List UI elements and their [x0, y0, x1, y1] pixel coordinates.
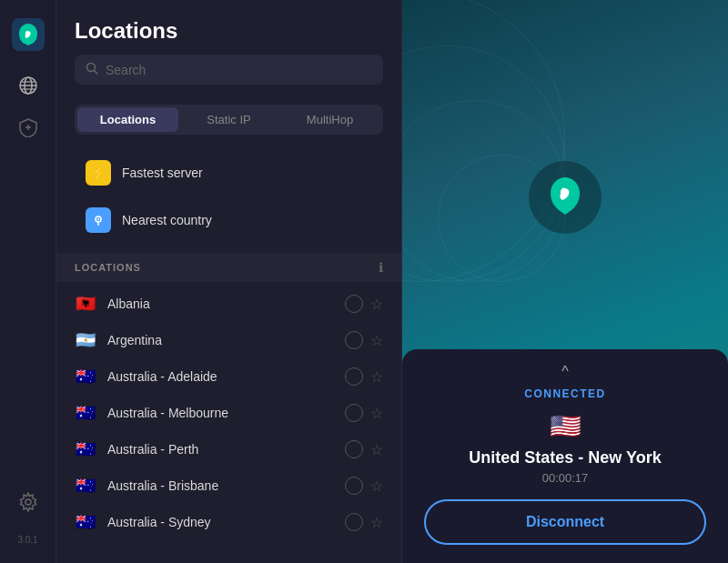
location-list: 🇦🇱 Albania ☆ 🇦🇷 Argentina ☆ 🇦🇺 Australia…	[56, 282, 401, 563]
connected-panel: ^ CONNECTED 🇺🇸 United States - New York …	[402, 349, 728, 563]
disconnect-button[interactable]: Disconnect	[424, 499, 706, 545]
tab-static-ip[interactable]: Static IP	[178, 107, 279, 132]
fastest-server-option[interactable]: ⚡ Fastest server	[75, 151, 383, 195]
flag-au-melbourne: 🇦🇺	[75, 405, 96, 421]
nearest-country-label: Nearest country	[122, 213, 212, 227]
collapse-indicator: ^	[424, 364, 706, 380]
quick-options: ⚡ Fastest server Nearest country	[56, 144, 401, 253]
connection-timer: 00:00:17	[424, 471, 706, 485]
info-icon[interactable]: ℹ	[379, 260, 383, 275]
version-label: 3.0.1	[17, 535, 37, 545]
connect-btn-au-perth[interactable]	[345, 440, 363, 458]
connected-country-name: United States - New York	[424, 448, 706, 467]
flag-au-adelaide: 🇦🇺	[75, 368, 96, 385]
sidebar-settings-icon[interactable]	[12, 486, 45, 518]
sidebar-shield-icon[interactable]	[12, 111, 45, 144]
location-name: Australia - Melbourne	[107, 406, 334, 420]
list-item[interactable]: 🇦🇺 Australia - Melbourne ☆	[56, 395, 401, 431]
location-actions: ☆	[345, 404, 383, 422]
app-logo	[12, 18, 45, 51]
list-item[interactable]: 🇦🇺 Australia - Perth ☆	[56, 431, 401, 467]
panel-title: Locations	[75, 18, 383, 44]
location-actions: ☆	[345, 477, 383, 495]
location-name: Australia - Sydney	[107, 515, 334, 529]
location-actions: ☆	[345, 513, 383, 531]
favorite-btn-au-brisbane[interactable]: ☆	[370, 478, 383, 495]
flag-au-brisbane: 🇦🇺	[75, 478, 96, 494]
favorite-btn-au-sydney[interactable]: ☆	[370, 514, 383, 531]
flag-albania: 🇦🇱	[75, 296, 96, 312]
location-name: Australia - Brisbane	[107, 478, 334, 493]
vpn-logo	[529, 161, 602, 234]
location-name: Argentina	[107, 333, 334, 347]
svg-line-10	[95, 71, 98, 75]
flag-argentina: 🇦🇷	[75, 332, 96, 348]
list-item[interactable]: 🇦🇺 Australia - Sydney ☆	[56, 504, 401, 540]
section-header: LOCATIONS ℹ	[56, 253, 401, 282]
svg-point-8	[25, 499, 31, 505]
connect-btn-argentina[interactable]	[345, 331, 363, 349]
svg-point-12	[97, 218, 99, 220]
left-panel: Locations Locations Static IP MultiHop ⚡…	[56, 0, 402, 563]
nearest-country-option[interactable]: Nearest country	[75, 198, 383, 242]
section-header-title: LOCATIONS	[75, 262, 141, 273]
list-item[interactable]: 🇦🇺 Australia - Brisbane ☆	[56, 467, 401, 504]
favorite-btn-au-perth[interactable]: ☆	[370, 441, 383, 458]
list-item[interactable]: 🇦🇷 Argentina ☆	[56, 322, 401, 358]
collapse-arrow-icon[interactable]: ^	[561, 364, 569, 380]
search-icon	[86, 62, 98, 77]
connected-status: CONNECTED	[424, 387, 706, 400]
connect-btn-au-brisbane[interactable]	[345, 477, 363, 495]
sidebar-bottom: 3.0.1	[12, 486, 45, 545]
connect-btn-au-sydney[interactable]	[345, 513, 363, 531]
tab-locations[interactable]: Locations	[77, 107, 178, 132]
location-actions: ☆	[345, 295, 383, 313]
flag-au-perth: 🇦🇺	[75, 441, 96, 457]
logo-circle	[529, 161, 602, 234]
favorite-btn-argentina[interactable]: ☆	[370, 332, 383, 349]
connect-btn-albania[interactable]	[345, 295, 363, 313]
list-item[interactable]: 🇦🇱 Albania ☆	[56, 286, 401, 322]
sidebar-globe-icon[interactable]	[12, 69, 45, 102]
location-name: Albania	[107, 297, 334, 311]
favorite-btn-au-adelaide[interactable]: ☆	[370, 368, 383, 386]
tabs-container: Locations Static IP MultiHop	[75, 105, 383, 135]
flag-au-sydney: 🇦🇺	[75, 514, 96, 530]
location-actions: ☆	[345, 331, 383, 349]
panel-header: Locations	[56, 0, 401, 105]
connect-btn-au-adelaide[interactable]	[345, 367, 363, 386]
fastest-server-label: Fastest server	[122, 166, 203, 180]
tab-multihop[interactable]: MultiHop	[279, 107, 380, 132]
location-actions: ☆	[345, 367, 383, 386]
search-bar	[75, 55, 383, 85]
location-name: Australia - Adelaide	[107, 369, 334, 384]
search-input[interactable]	[106, 63, 372, 77]
fastest-server-icon: ⚡	[86, 160, 111, 186]
connect-btn-au-melbourne[interactable]	[345, 404, 363, 422]
sidebar: 3.0.1	[0, 0, 56, 563]
list-item[interactable]: 🇦🇺 Australia - Adelaide ☆	[56, 358, 401, 395]
favorite-btn-albania[interactable]: ☆	[370, 296, 383, 313]
favorite-btn-au-melbourne[interactable]: ☆	[370, 405, 383, 422]
location-actions: ☆	[345, 440, 383, 458]
nearest-country-icon	[86, 207, 111, 233]
location-name: Australia - Perth	[107, 442, 334, 457]
right-panel: ^ CONNECTED 🇺🇸 United States - New York …	[402, 0, 728, 563]
connected-country-flag: 🇺🇸	[424, 411, 706, 441]
